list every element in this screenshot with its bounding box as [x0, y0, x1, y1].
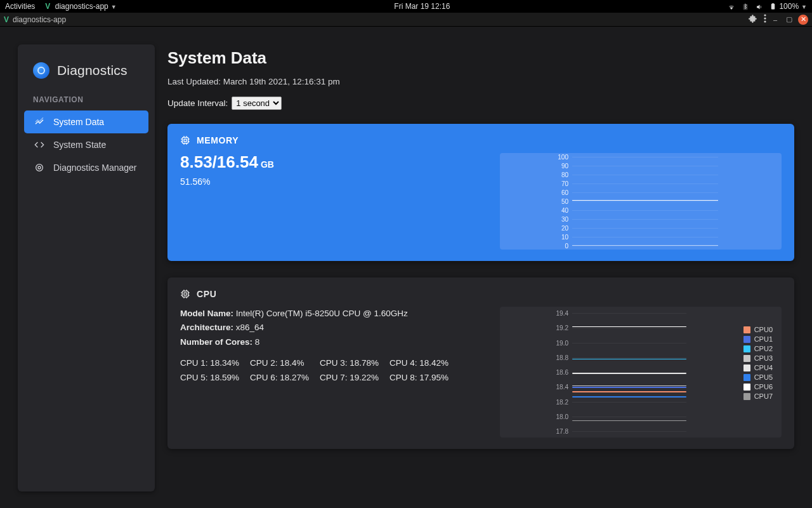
- legend-item: CPU1: [743, 335, 773, 343]
- legend-item: CPU6: [743, 383, 773, 391]
- legend-item: CPU0: [743, 326, 773, 333]
- memory-card: MEMORY 8.53/16.54GB 51.56% 0102030405060…: [167, 124, 794, 261]
- cpu-info: Model Name: Intel(R) Core(TM) i5-8250U C…: [180, 307, 487, 349]
- memory-percent: 51.56%: [180, 177, 487, 187]
- cpu-core-reading: CPU 7: 19.22%: [320, 373, 390, 382]
- cpu-core-reading: CPU 2: 18.4%: [250, 358, 320, 368]
- nav-item-system-state[interactable]: System State: [24, 133, 148, 156]
- brand-icon: [33, 62, 49, 79]
- cpu-core-reading: CPU 3: 18.78%: [320, 358, 390, 368]
- nav-label: System Data: [53, 117, 104, 127]
- legend-item: CPU7: [743, 392, 773, 400]
- cpu-core-list: CPU 1: 18.34%CPU 2: 18.4%CPU 3: 18.78%CP…: [180, 358, 487, 382]
- cpu-chart: 17.818.018.218.418.618.819.019.219.4CPU0…: [500, 307, 782, 438]
- memory-icon: [180, 135, 190, 145]
- main-content: System Data Last Updated: March 19th 202…: [167, 44, 794, 508]
- nav-label: Diagnostics Manager: [53, 163, 137, 173]
- svg-rect-8: [182, 137, 188, 143]
- extension-icon[interactable]: [749, 14, 757, 25]
- memory-usage: 8.53/16.54GB: [180, 153, 487, 171]
- last-updated: Last Updated: March 19th 2021, 12:16:31 …: [167, 77, 794, 86]
- svg-rect-1: [771, 4, 775, 10]
- svg-rect-0: [743, 4, 748, 10]
- maximize-button[interactable]: ▢: [784, 15, 794, 25]
- legend-item: CPU5: [743, 373, 773, 381]
- cpu-core-reading: CPU 5: 18.59%: [180, 373, 250, 382]
- interval-label: Update Interval:: [167, 98, 228, 108]
- cpu-card: CPU Model Name: Intel(R) Core(TM) i5-825…: [167, 277, 794, 449]
- svg-point-4: [764, 17, 766, 19]
- cpu-icon: [180, 289, 190, 299]
- brand: Diagnostics: [24, 60, 148, 95]
- minimize-button[interactable]: –: [770, 15, 780, 25]
- close-button[interactable]: ✕: [798, 15, 808, 25]
- interval-select[interactable]: 1 second: [232, 97, 282, 110]
- nav-item-diagnostics-manager[interactable]: Diagnostics Manager: [24, 156, 148, 179]
- cpu-core-reading: CPU 8: 17.95%: [390, 373, 459, 382]
- app-menu[interactable]: V diagnostics-app▼: [45, 2, 116, 11]
- app-icon: V: [4, 15, 9, 24]
- volume-icon[interactable]: [756, 2, 763, 11]
- window-title-bar: V diagnostics-app – ▢ ✕: [0, 13, 812, 27]
- clock[interactable]: Fri Mar 19 12:16: [117, 2, 728, 11]
- memory-chart: 0102030405060708090100: [500, 153, 782, 250]
- cpu-core-reading: CPU 1: 18.34%: [180, 358, 250, 368]
- window-title: diagnostics-app: [13, 15, 66, 24]
- legend-item: CPU3: [743, 354, 773, 362]
- nav-header: NAVIGATION: [24, 95, 148, 110]
- svg-point-6: [36, 164, 43, 171]
- bluetooth-icon[interactable]: [742, 2, 749, 11]
- svg-point-5: [764, 20, 766, 22]
- code-icon: [34, 140, 44, 150]
- legend-item: CPU2: [743, 345, 773, 352]
- activities-button[interactable]: Activities: [5, 2, 35, 11]
- app-root: Diagnostics NAVIGATION System Data Syste…: [0, 27, 812, 508]
- page-title: System Data: [167, 48, 794, 68]
- battery-indicator[interactable]: 100%▼: [769, 2, 807, 11]
- svg-rect-18: [182, 291, 188, 297]
- kebab-menu-icon[interactable]: [764, 14, 766, 25]
- cpu-core-reading: CPU 6: 18.27%: [250, 373, 320, 382]
- legend-item: CPU4: [743, 364, 773, 371]
- svg-rect-9: [184, 139, 187, 142]
- gnome-top-bar: Activities V diagnostics-app▼ Fri Mar 19…: [0, 0, 812, 13]
- svg-rect-19: [184, 293, 187, 295]
- svg-point-3: [764, 14, 766, 16]
- svg-point-7: [38, 166, 41, 169]
- chart-line-icon: [34, 117, 44, 127]
- wifi-icon[interactable]: [728, 2, 735, 11]
- nav-label: System State: [53, 140, 106, 150]
- svg-rect-2: [773, 3, 774, 4]
- cpu-core-reading: CPU 4: 18.42%: [390, 358, 459, 368]
- cpu-header: CPU: [197, 289, 216, 299]
- sidebar: Diagnostics NAVIGATION System Data Syste…: [18, 44, 155, 491]
- memory-header: MEMORY: [197, 135, 239, 145]
- target-icon: [34, 163, 44, 173]
- brand-text: Diagnostics: [57, 63, 128, 78]
- nav-item-system-data[interactable]: System Data: [24, 110, 148, 133]
